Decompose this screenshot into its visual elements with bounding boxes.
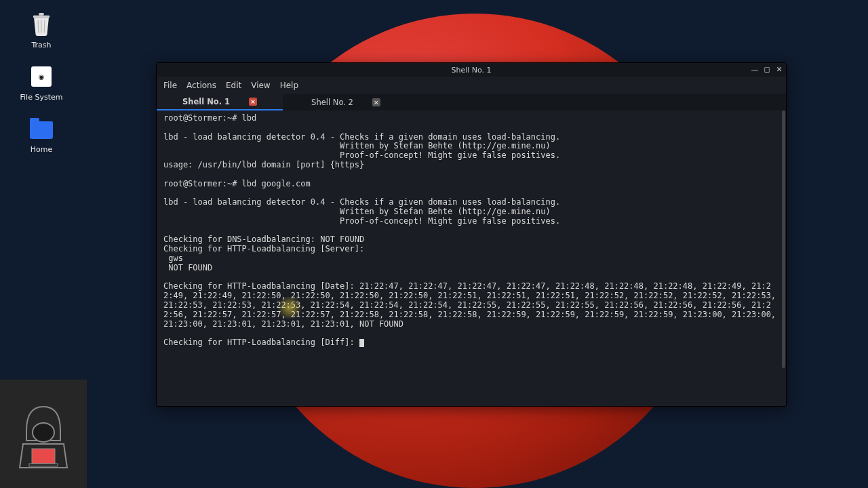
minimize-button[interactable]: — (751, 66, 759, 74)
output-banner-2: lbd - load balancing detector 0.4 - Chec… (163, 197, 560, 226)
trash-label: Trash (31, 41, 51, 49)
prompt: root@Stormer:~# (163, 179, 242, 188)
trash-icon[interactable]: Trash (20, 12, 62, 49)
svg-rect-0 (33, 16, 50, 18)
tabbar: Shell No. 1 × Shell No. 2 × (157, 94, 786, 110)
folder-icon (30, 121, 53, 139)
menubar: File Actions Edit View Help (157, 77, 786, 94)
command-2: lbd google.com (242, 179, 311, 188)
filesystem-icon[interactable]: ◉ File System (20, 64, 62, 102)
tab-label: Shell No. 1 (182, 97, 230, 106)
svg-rect-1 (39, 13, 43, 16)
maximize-button[interactable]: ◻ (763, 66, 771, 74)
window-title: Shell No. 1 (451, 66, 491, 75)
tab-shell-1[interactable]: Shell No. 1 × (157, 94, 283, 110)
output-banner-1: lbd - load balancing detector 0.4 - Chec… (163, 132, 560, 169)
tab-label: Shell No. 2 (311, 98, 353, 107)
cursor (359, 339, 364, 347)
titlebar[interactable]: Shell No. 1 — ◻ ✕ (157, 63, 786, 77)
terminal-body[interactable]: root@Stormer:~# lbd lbd - load balancing… (157, 110, 786, 406)
svg-line-2 (38, 20, 39, 33)
tab-close-icon[interactable]: × (372, 98, 380, 106)
menu-file[interactable]: File (163, 81, 177, 90)
svg-rect-7 (29, 464, 58, 466)
menu-actions[interactable]: Actions (186, 81, 216, 90)
trash-can-icon (31, 13, 52, 36)
filesystem-label: File System (20, 93, 63, 102)
menu-view[interactable]: View (251, 81, 270, 90)
tab-shell-2[interactable]: Shell No. 2 × (283, 94, 409, 110)
svg-point-5 (33, 423, 54, 442)
output-http-server: Checking for HTTP-Loadbalancing [Server]… (163, 244, 364, 272)
hacker-avatar-icon (13, 393, 74, 474)
prompt: root@Stormer:~# (163, 113, 242, 123)
svg-rect-6 (32, 449, 55, 464)
home-icon[interactable]: Home (20, 117, 62, 154)
home-label: Home (31, 145, 52, 154)
command-1: lbd (242, 113, 257, 123)
close-button[interactable]: ✕ (775, 66, 783, 74)
avatar-widget (0, 380, 87, 488)
scrollbar[interactable] (782, 110, 785, 368)
menu-help[interactable]: Help (280, 81, 298, 90)
desktop-icons: Trash ◉ File System Home (20, 12, 62, 169)
menu-edit[interactable]: Edit (226, 81, 241, 90)
drive-icon: ◉ (31, 66, 52, 87)
svg-line-4 (44, 20, 45, 33)
output-http-diff: Checking for HTTP-Loadbalancing [Diff]: (163, 338, 359, 347)
terminal-window: Shell No. 1 — ◻ ✕ File Actions Edit View… (156, 62, 787, 407)
output-http-date: Checking for HTTP-Loadbalancing [Date]: … (163, 281, 781, 328)
tab-close-icon[interactable]: × (249, 98, 257, 106)
output-dns: Checking for DNS-Loadbalancing: NOT FOUN… (163, 235, 364, 244)
